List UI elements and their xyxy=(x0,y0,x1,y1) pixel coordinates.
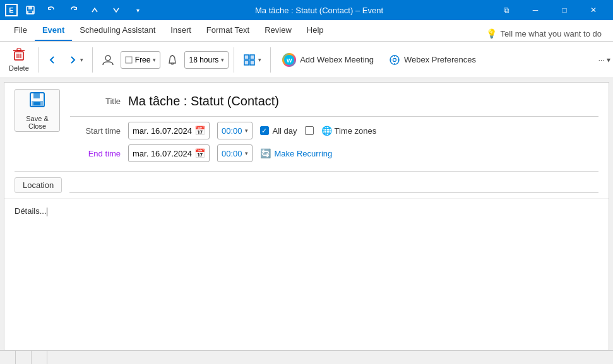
restore-button[interactable]: ⧉ xyxy=(492,0,521,20)
window-title: Ma tâche : Statut (Contact) – Event xyxy=(146,6,492,15)
window-controls: ⧉ ─ □ ✕ xyxy=(492,0,608,20)
reminder-button[interactable] xyxy=(163,50,182,69)
end-time-picker[interactable]: 00:00 ▾ xyxy=(217,144,253,162)
delete-icon xyxy=(12,47,26,63)
location-button[interactable]: Location xyxy=(15,177,62,193)
up-arrow-button[interactable] xyxy=(86,1,104,19)
event-form: Save & Close Title Start time mar. 16.07… xyxy=(4,82,609,360)
status-dropdown[interactable]: Free ▾ xyxy=(121,51,161,69)
undo-button[interactable] xyxy=(43,1,61,19)
details-text: Détails... xyxy=(15,206,47,216)
title-input[interactable] xyxy=(128,91,598,111)
close-button[interactable]: ✕ xyxy=(579,0,608,20)
title-row: Title xyxy=(70,89,598,117)
delete-button[interactable]: Delete xyxy=(5,44,33,76)
recurring-icon: 🔄 xyxy=(260,148,271,158)
webex-prefs-button[interactable]: Webex Preferences xyxy=(383,49,482,71)
svg-rect-1 xyxy=(28,6,32,9)
minimize-button[interactable]: ─ xyxy=(521,0,550,20)
end-date-picker[interactable]: mar. 16.07.2024 📅 xyxy=(128,144,210,162)
sep-4 xyxy=(270,47,271,73)
location-input-area[interactable] xyxy=(69,177,598,193)
svg-rect-3 xyxy=(28,11,32,13)
svg-rect-15 xyxy=(244,61,249,65)
start-time-chevron: ▾ xyxy=(245,127,248,134)
toolbar-right: ··· ▾ xyxy=(595,50,608,69)
title-bar-left: E xyxy=(5,1,146,19)
save-close-label: Save & Close xyxy=(26,115,48,130)
details-area[interactable]: Détails... xyxy=(4,199,609,360)
toolbar: Delete ▾ Free ▾ xyxy=(0,42,613,78)
start-date-value: mar. 16.07.2024 xyxy=(133,126,192,136)
make-recurring-button[interactable]: 🔄 Make Recurring xyxy=(260,148,333,158)
sep-2 xyxy=(92,47,93,73)
lightbulb-icon: 💡 xyxy=(486,28,497,38)
start-date-picker[interactable]: mar. 16.07.2024 📅 xyxy=(128,122,210,139)
svg-rect-13 xyxy=(244,55,249,59)
timezone-button[interactable]: 🌐 Time zones xyxy=(321,126,377,136)
fwd-arrow-dropdown[interactable]: ▾ xyxy=(64,50,87,69)
tab-scheduling[interactable]: Scheduling Assistant xyxy=(72,20,163,41)
title-bar: E xyxy=(0,0,613,20)
location-row: Location xyxy=(4,172,609,199)
view-chevron: ▾ xyxy=(258,57,261,63)
fwd-chevron: ▾ xyxy=(80,57,83,63)
customize-qat-button[interactable]: ▾ xyxy=(129,1,146,19)
svg-point-20 xyxy=(393,58,396,61)
end-date-value: mar. 16.07.2024 xyxy=(133,149,192,158)
end-time-value: 00:00 xyxy=(222,149,242,158)
tab-insert[interactable]: Insert xyxy=(163,20,199,41)
status-seg-3 xyxy=(37,351,47,364)
hours-chevron: ▾ xyxy=(221,57,224,63)
back-arrow-button[interactable] xyxy=(44,50,61,69)
add-webex-button[interactable]: W Add Webex Meeting xyxy=(276,49,380,71)
status-bar xyxy=(0,350,613,364)
more-button[interactable]: ··· xyxy=(595,50,608,69)
tab-event[interactable]: Event xyxy=(35,20,72,41)
hours-dropdown[interactable]: 18 hours ▾ xyxy=(184,51,229,69)
redo-button[interactable] xyxy=(64,1,82,19)
start-label: Start time xyxy=(70,126,121,136)
timezone-label: Time zones xyxy=(335,126,377,136)
tab-format-text[interactable]: Format Text xyxy=(199,20,257,41)
down-arrow-button[interactable] xyxy=(107,1,125,19)
svg-rect-16 xyxy=(250,61,254,65)
allday-checkbox[interactable]: ✓ xyxy=(260,126,269,135)
add-webex-label: Add Webex Meeting xyxy=(300,55,374,64)
svg-rect-26 xyxy=(33,93,40,98)
tell-me-box[interactable]: 💡 Tell me what you want to do xyxy=(481,26,607,41)
save-close-icon xyxy=(28,91,46,112)
globe-icon: 🌐 xyxy=(321,126,332,136)
start-calendar-icon: 📅 xyxy=(194,126,205,136)
save-close-button[interactable]: Save & Close xyxy=(15,89,60,132)
status-seg-2 xyxy=(21,351,32,364)
sep-3 xyxy=(234,47,234,73)
svg-point-10 xyxy=(105,56,110,61)
svg-point-19 xyxy=(390,56,399,64)
svg-text:W: W xyxy=(287,57,292,64)
end-calendar-icon: 📅 xyxy=(194,148,205,158)
view-mode-button[interactable]: ▾ xyxy=(239,50,265,69)
tab-file[interactable]: File xyxy=(6,20,35,41)
save-button-titlebar[interactable] xyxy=(21,1,39,19)
ribbon-tabs: File Event Scheduling Assistant Insert F… xyxy=(0,20,613,42)
delete-label: Delete xyxy=(9,64,29,72)
maximize-button[interactable]: □ xyxy=(550,0,579,20)
svg-rect-6 xyxy=(17,49,21,50)
start-time-value: 00:00 xyxy=(222,126,242,136)
secondary-checkbox[interactable] xyxy=(305,126,314,135)
status-label: Free xyxy=(135,56,151,64)
svg-rect-14 xyxy=(250,55,254,59)
status-seg-1 xyxy=(5,351,16,364)
start-time-picker[interactable]: 00:00 ▾ xyxy=(217,122,253,139)
end-time-chevron: ▾ xyxy=(245,150,248,156)
tab-review[interactable]: Review xyxy=(257,20,299,41)
allday-label: All day xyxy=(273,126,297,136)
tab-help[interactable]: Help xyxy=(299,20,331,41)
sep-1 xyxy=(38,47,39,73)
title-label: Title xyxy=(70,97,121,106)
contact-button[interactable] xyxy=(98,50,118,69)
hours-label: 18 hours xyxy=(189,56,218,64)
scroll-down-arrow[interactable]: ▾ xyxy=(607,56,610,64)
event-header: Save & Close Title Start time mar. 16.07… xyxy=(4,83,609,171)
